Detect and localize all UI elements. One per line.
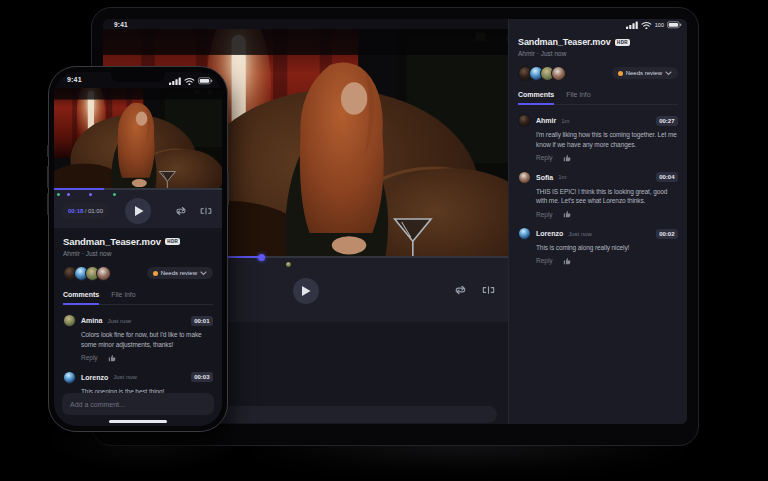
avatar	[96, 266, 111, 281]
play-button[interactable]	[125, 198, 151, 224]
comment-author: Lorenzo	[81, 374, 108, 381]
avatar	[63, 314, 76, 327]
reply-button[interactable]: Reply	[536, 257, 553, 264]
comment-card: Ahmir 1m 00:27 I'm really liking how thi…	[518, 114, 678, 162]
volume-down-button	[47, 193, 49, 215]
comment-text: This is coming along really nicely!	[536, 243, 678, 253]
wifi-icon	[641, 21, 652, 29]
thumbs-up-icon[interactable]	[563, 257, 571, 265]
reply-button[interactable]: Reply	[536, 154, 553, 161]
battery-icon	[198, 77, 213, 85]
panel-tabs: Comments File info	[63, 291, 213, 305]
loop-icon[interactable]	[174, 205, 188, 217]
comment-text: I'm really liking how this is coming tog…	[536, 130, 678, 150]
avatar	[518, 114, 531, 127]
comment-marker[interactable]	[67, 193, 70, 196]
thumbs-up-icon[interactable]	[563, 154, 571, 162]
reply-button[interactable]: Reply	[536, 211, 553, 218]
reply-button[interactable]: Reply	[81, 354, 98, 361]
comment-text: Colors look fine for now, but I'd like t…	[81, 330, 213, 350]
asset-title-row: Sandman_Teaser.mov HDR	[518, 37, 678, 47]
comment-age: 1m	[558, 174, 566, 180]
signal-icon	[169, 77, 181, 85]
avatar	[518, 227, 531, 240]
timecode-chip[interactable]: 00:01	[191, 316, 213, 326]
chevron-down-icon	[665, 71, 672, 76]
battery-percent: 100	[655, 22, 664, 28]
timecode-display: 00:18 / 01:00	[62, 203, 109, 219]
needs-review-dropdown[interactable]: Needs review	[147, 267, 213, 279]
hdr-badge: HDR	[615, 39, 631, 46]
chevron-down-icon	[200, 271, 207, 276]
loop-icon[interactable]	[453, 284, 468, 296]
tab-comments[interactable]: Comments	[518, 91, 554, 105]
hdr-badge: HDR	[165, 238, 181, 245]
timeline-progress	[54, 188, 104, 190]
comment-card: Amina Just now 00:01 Colors look fine fo…	[63, 314, 213, 362]
play-icon	[302, 286, 311, 296]
phone-device: 9:41 00:18	[48, 66, 228, 432]
current-time: 00:18	[68, 208, 83, 214]
comment-marker[interactable]	[285, 261, 292, 268]
comment-marker[interactable]	[113, 193, 116, 196]
collaborators-row: Needs review	[518, 65, 678, 81]
status-dot	[153, 271, 158, 276]
comment-author: Lorenzo	[536, 230, 563, 237]
player-tools	[174, 205, 213, 217]
scene-canvas: Sandman_Teaser.mov HDR Ahmir · Just now …	[0, 0, 768, 481]
tab-comments[interactable]: Comments	[63, 291, 99, 305]
power-button	[227, 173, 229, 205]
comment-author: Sofia	[536, 174, 553, 181]
transport-controls: 00:18 / 01:00	[54, 198, 222, 224]
duration: 01:00	[88, 208, 103, 214]
timeline-track[interactable]	[54, 188, 222, 190]
comment-author: Ahmir	[536, 117, 556, 124]
thumbs-up-icon[interactable]	[108, 354, 116, 362]
needs-review-dropdown[interactable]: Needs review	[612, 67, 678, 79]
avatar	[551, 66, 566, 81]
asset-byline: Ahmir · Just now	[63, 250, 213, 257]
phone-screen: 9:41 00:18	[54, 72, 222, 426]
video-frame[interactable]	[54, 88, 222, 188]
collaborators-row: Needs review	[63, 265, 213, 281]
asset-byline: Ahmir · Just now	[518, 50, 678, 57]
comment-card: Sofia 1m 00:04 THIS IS EPIC! I think thi…	[518, 171, 678, 219]
tab-file-info[interactable]: File info	[566, 91, 591, 104]
thumbs-up-icon[interactable]	[563, 210, 571, 218]
play-icon	[135, 206, 144, 216]
asset-title-row: Sandman_Teaser.mov HDR	[63, 236, 213, 247]
comment-composer[interactable]	[62, 393, 214, 415]
comment-author: Amina	[81, 317, 102, 324]
asset-title: Sandman_Teaser.mov	[63, 236, 161, 247]
comment-age: Just now	[568, 231, 592, 237]
expand-icon[interactable]	[199, 205, 213, 217]
panel-tabs: Comments File info	[518, 91, 678, 105]
avatar	[63, 371, 76, 384]
tablet-status-bar: 9:41 100	[103, 19, 687, 29]
expand-icon[interactable]	[481, 284, 496, 296]
clock: 9:41	[67, 76, 82, 83]
asset-title: Sandman_Teaser.mov	[518, 37, 611, 47]
player-controls-strip: 00:18 / 01:00	[54, 188, 222, 228]
add-comment-input[interactable]	[62, 394, 214, 416]
volume-up-button	[47, 166, 49, 188]
status-label: Needs review	[161, 270, 197, 276]
comments-panel: Sandman_Teaser.mov HDR Ahmir · Just now …	[508, 19, 687, 424]
comment-age: Just now	[113, 374, 137, 380]
timecode-chip[interactable]: 00:03	[191, 372, 213, 382]
comment-marker[interactable]	[89, 193, 92, 196]
timecode-chip[interactable]: 00:04	[656, 172, 678, 182]
play-button[interactable]	[293, 278, 319, 304]
comment-text: THIS IS EPIC! I think this is looking gr…	[536, 187, 678, 207]
comment-marker[interactable]	[57, 193, 60, 196]
tab-file-info[interactable]: File info	[111, 291, 136, 304]
comment-card: Lorenzo Just now 00:02 This is coming al…	[518, 227, 678, 265]
video-scene	[54, 88, 222, 188]
clock: 9:41	[114, 21, 128, 28]
timecode-chip[interactable]: 00:02	[656, 229, 678, 239]
signal-icon	[626, 21, 638, 29]
playhead[interactable]	[258, 254, 265, 261]
status-label: Needs review	[626, 70, 662, 76]
battery-icon	[667, 21, 682, 29]
timecode-chip[interactable]: 00:27	[656, 116, 678, 126]
